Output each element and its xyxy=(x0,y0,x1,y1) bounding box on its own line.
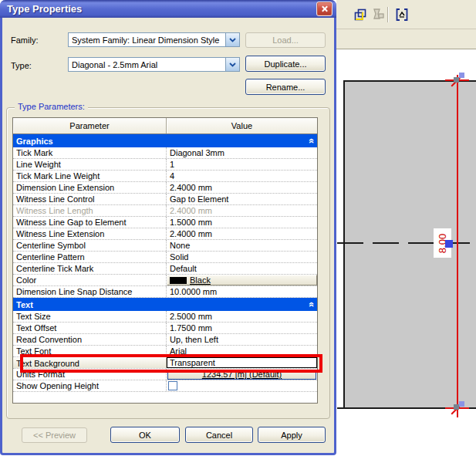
param-tick-mark: Tick Mark xyxy=(13,147,167,158)
value-text-font[interactable]: Arial xyxy=(167,346,317,356)
collapse-chevron-icon[interactable]: « xyxy=(308,302,315,307)
type-parameters-rows: Graphics«Tick MarkDiagonal 3mmLine Weigh… xyxy=(13,134,317,403)
section-header-text[interactable]: Text« xyxy=(13,298,317,311)
rename-button[interactable]: Rename... xyxy=(245,79,326,95)
disabled-tool-icon[interactable] xyxy=(371,8,385,22)
param-tick-mark-line-weight: Tick Mark Line Weight xyxy=(13,171,167,181)
close-icon xyxy=(321,5,328,12)
value-line-weight[interactable]: 1 xyxy=(167,159,317,170)
value-centerline-symbol[interactable]: None xyxy=(167,240,317,251)
table-row-text-font: Text FontArial xyxy=(13,346,317,357)
table-row-witness-line-extension: Witness Line Extension2.4000 mm xyxy=(13,228,317,240)
drawing-canvas: 8.00 xyxy=(336,0,476,456)
toolbar-divider xyxy=(387,7,388,22)
table-row-witness-line-length: Witness Line Length2.4000 mm xyxy=(13,205,317,217)
ok-button[interactable]: OK xyxy=(110,427,180,443)
value-witness-line-length[interactable]: 2.4000 mm xyxy=(167,205,317,216)
section-header-graphics[interactable]: Graphics« xyxy=(13,134,317,147)
param-centerline-pattern: Centerline Pattern xyxy=(13,252,167,262)
toolbar-row-2 xyxy=(336,29,476,49)
color-swatch xyxy=(170,277,187,284)
bracket-shape-icon[interactable] xyxy=(395,8,409,22)
type-properties-dialog: Type Properties Family: System Family: L… xyxy=(0,0,336,455)
value-tick-mark-line-weight[interactable]: 4 xyxy=(167,171,317,181)
chevron-down-icon[interactable] xyxy=(225,33,239,46)
table-row-dimension-line-extension: Dimension Line Extension2.4000 mm xyxy=(13,182,317,194)
table-row-text-background: Text BackgroundTransparent xyxy=(13,357,317,369)
squares-overlap-icon[interactable] xyxy=(353,8,367,22)
section-label: Text xyxy=(16,300,33,309)
value-editor-text-background[interactable]: Transparent xyxy=(167,357,317,368)
table-row-witness-line-control: Witness Line ControlGap to Element xyxy=(13,194,317,205)
dialog-titlebar[interactable]: Type Properties xyxy=(0,0,336,18)
value-witness-line-extension[interactable]: 2.4000 mm xyxy=(167,228,317,239)
table-row-centerline-pattern: Centerline PatternSolid xyxy=(13,252,317,263)
value-text-offset[interactable]: 1.7500 mm xyxy=(167,323,317,333)
table-row-line-weight: Line Weight1 xyxy=(13,159,317,171)
color-value-label: Black xyxy=(190,275,211,285)
table-row-text-size: Text Size2.5000 mm xyxy=(13,311,317,323)
table-row-tick-mark: Tick MarkDiagonal 3mm xyxy=(13,147,317,159)
param-text-font: Text Font xyxy=(13,346,167,356)
value-witness-line-gap-to-element[interactable]: 1.5000 mm xyxy=(167,217,317,228)
value-tick-mark[interactable]: Diagonal 3mm xyxy=(167,147,317,158)
type-dropdown-value: Diagonal - 2.5mm Arial xyxy=(69,60,225,69)
column-header-parameter: Parameter xyxy=(13,118,167,133)
show-opening-height-checkbox[interactable] xyxy=(168,381,177,390)
close-button[interactable] xyxy=(316,2,333,16)
family-dropdown-value: System Family: Linear Dimension Style xyxy=(69,35,225,45)
param-dimension-line-extension: Dimension Line Extension xyxy=(13,182,167,193)
grip-handle[interactable] xyxy=(454,404,459,410)
table-row-tick-mark-line-weight: Tick Mark Line Weight4 xyxy=(13,171,317,182)
units-format-button[interactable]: 1234.57 [m] (Default) xyxy=(167,370,316,380)
grip-handle[interactable] xyxy=(459,401,464,407)
preview-button[interactable]: << Preview xyxy=(22,427,87,443)
type-dropdown[interactable]: Diagonal - 2.5mm Arial xyxy=(68,57,240,72)
value-centerline-tick-mark[interactable]: Default xyxy=(167,263,317,274)
param-read-convention: Read Convention xyxy=(13,334,167,345)
value-text-size[interactable]: 2.5000 mm xyxy=(167,311,317,322)
value-centerline-pattern[interactable]: Solid xyxy=(167,252,317,262)
cancel-button[interactable]: Cancel xyxy=(185,427,253,443)
value-units-format[interactable]: 1234.57 [m] (Default) xyxy=(167,369,317,380)
param-color: Color xyxy=(13,275,167,285)
reference-centerline xyxy=(337,242,476,244)
dimension-text-handle[interactable] xyxy=(445,240,453,248)
param-centerline-symbol: Centerline Symbol xyxy=(13,240,167,251)
dialog-title: Type Properties xyxy=(7,3,82,15)
param-witness-line-length: Witness Line Length xyxy=(13,205,167,216)
family-label: Family: xyxy=(11,35,38,45)
table-row-units-format: Units Format1234.57 [m] (Default) xyxy=(13,369,317,380)
value-witness-line-control[interactable]: Gap to Element xyxy=(167,194,317,204)
value-dimension-line-extension[interactable]: 2.4000 mm xyxy=(167,182,317,193)
table-empty-area xyxy=(13,392,317,403)
type-parameters-table: Parameter Value Graphics«Tick MarkDiagon… xyxy=(12,117,318,404)
table-row-centerline-tick-mark: Centerline Tick MarkDefault xyxy=(13,263,317,275)
collapse-chevron-icon[interactable]: « xyxy=(308,138,315,144)
param-text-background: Text Background xyxy=(13,357,167,368)
table-row-witness-line-gap-to-element: Witness Line Gap to Element1.5000 mm xyxy=(13,217,317,228)
value-read-convention[interactable]: Up, then Left xyxy=(167,334,317,345)
apply-button[interactable]: Apply xyxy=(258,427,326,443)
toolbar-row-1 xyxy=(336,0,476,29)
family-dropdown[interactable]: System Family: Linear Dimension Style xyxy=(68,32,240,47)
duplicate-button[interactable]: Duplicate... xyxy=(245,56,326,72)
grip-handle[interactable] xyxy=(459,73,464,78)
section-label: Graphics xyxy=(16,137,53,146)
param-units-format: Units Format xyxy=(13,369,167,380)
value-text-background[interactable]: Transparent xyxy=(167,357,317,368)
color-value-button[interactable]: Black xyxy=(167,275,317,285)
value-color[interactable]: Black xyxy=(167,275,317,285)
value-dimension-line-snap-distance[interactable]: 10.0000 mm xyxy=(167,286,317,297)
param-dimension-line-snap-distance: Dimension Line Snap Distance xyxy=(13,286,167,297)
chevron-down-icon[interactable] xyxy=(225,58,239,71)
dimension-line xyxy=(457,75,458,417)
table-row-dimension-line-snap-distance: Dimension Line Snap Distance10.0000 mm xyxy=(13,286,317,298)
table-header-row: Parameter Value xyxy=(13,118,317,134)
value-show-opening-height[interactable] xyxy=(167,380,317,391)
type-label: Type: xyxy=(11,61,32,70)
column-header-value: Value xyxy=(167,118,317,133)
load-button[interactable]: Load... xyxy=(245,32,326,48)
param-text-size: Text Size xyxy=(13,311,167,322)
grip-handle[interactable] xyxy=(454,77,459,83)
